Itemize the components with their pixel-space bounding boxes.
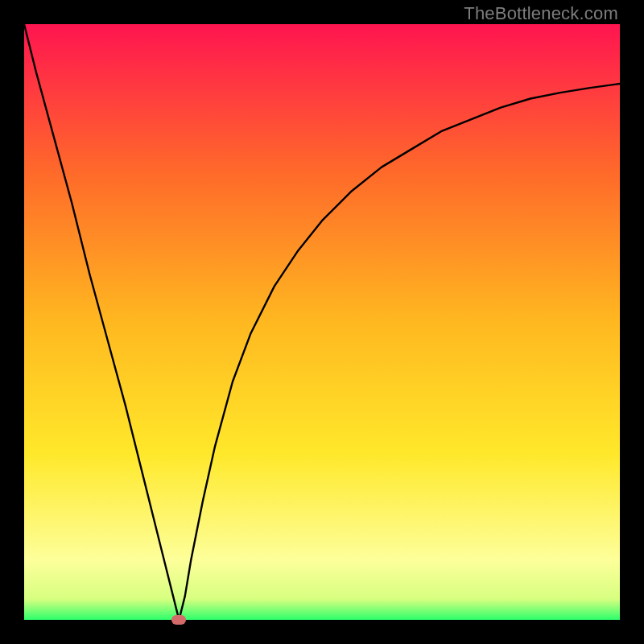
optimal-point-marker xyxy=(171,615,186,625)
chart-frame xyxy=(24,24,620,620)
bottleneck-curve xyxy=(24,24,620,620)
watermark-text: TheBottleneck.com xyxy=(464,3,618,24)
